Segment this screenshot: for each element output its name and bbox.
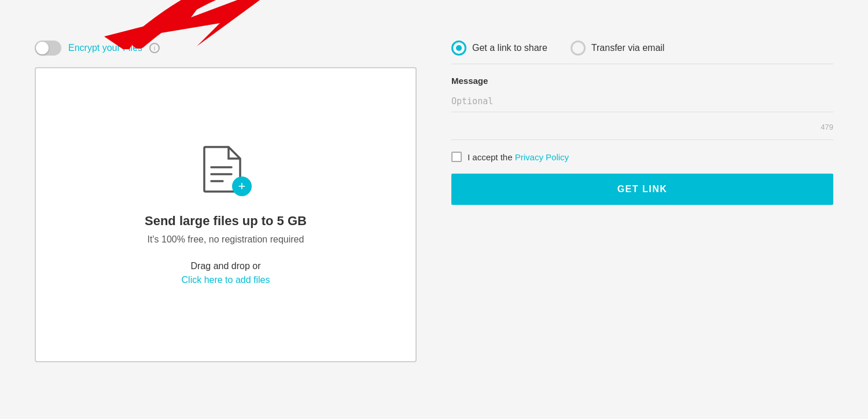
drag-text: Drag and drop or <box>191 261 261 271</box>
get-link-option[interactable]: Get a link to share <box>451 41 547 56</box>
message-label: Message <box>451 76 833 86</box>
get-link-label: Get a link to share <box>472 43 547 53</box>
toggle-knob <box>36 42 49 54</box>
privacy-row: I accept the Privacy Policy <box>451 152 833 162</box>
encrypt-row: Encrypt your Files i <box>35 41 417 56</box>
svg-marker-0 <box>150 0 284 46</box>
upload-title: Send large files up to 5 GB <box>145 214 307 229</box>
transfer-email-label: Transfer via email <box>591 43 665 53</box>
transfer-email-option[interactable]: Transfer via email <box>571 41 665 56</box>
privacy-checkbox[interactable] <box>451 152 462 162</box>
char-count: 479 <box>451 123 833 140</box>
upload-subtitle: It's 100% free, no registration required <box>148 234 304 245</box>
right-panel: Get a link to share Transfer via email M… <box>451 41 833 362</box>
privacy-text: I accept the Privacy Policy <box>468 152 569 162</box>
message-input[interactable] <box>451 91 833 112</box>
drop-zone[interactable]: + Send large files up to 5 GB It's 100% … <box>35 67 417 362</box>
privacy-policy-link[interactable]: Privacy Policy <box>515 152 569 162</box>
file-icon-container: + <box>200 144 252 196</box>
page-container: Encrypt your Files i + Send large files … <box>35 23 833 362</box>
get-link-radio[interactable] <box>451 41 466 56</box>
info-icon[interactable]: i <box>149 43 160 53</box>
encrypt-toggle[interactable] <box>35 41 61 56</box>
transfer-email-radio[interactable] <box>571 41 586 56</box>
left-panel: Encrypt your Files i + Send large files … <box>35 41 417 362</box>
encrypt-label: Encrypt your Files <box>68 43 142 53</box>
get-link-button[interactable]: GET LINK <box>451 174 833 205</box>
add-files-link[interactable]: Click here to add files <box>182 275 270 285</box>
message-section: Message <box>451 76 833 115</box>
transfer-options: Get a link to share Transfer via email <box>451 41 833 64</box>
plus-badge: + <box>232 177 252 196</box>
